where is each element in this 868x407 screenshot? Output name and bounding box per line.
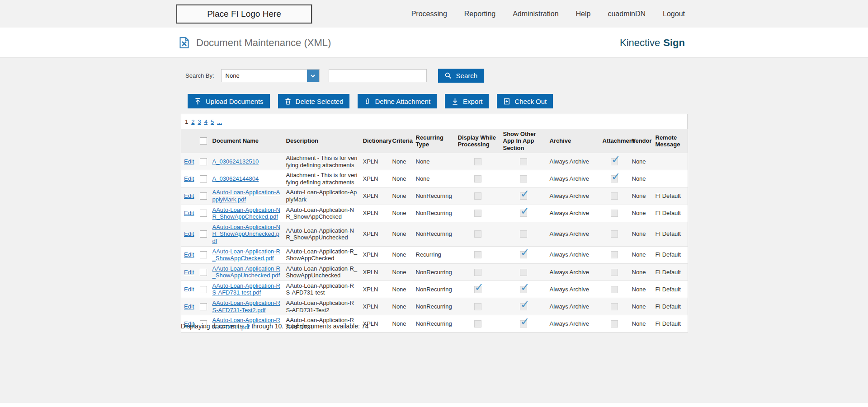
document-name-link[interactable]: AAuto-Loan-Application-R_ShowAppChecked.… (212, 248, 280, 262)
description-cell: AAuto-Loan-Application-R_ShowAppChecked (283, 246, 360, 263)
criteria-cell: None (390, 263, 413, 281)
dictionary-cell: XPLN (360, 298, 390, 315)
check-out-icon (503, 98, 510, 105)
search-by-select[interactable]: None (221, 69, 320, 82)
pagination-page-link[interactable]: ... (217, 118, 222, 125)
criteria-cell: None (390, 205, 413, 222)
attachment-checkbox (611, 303, 618, 310)
remote-message-cell: FI Default (653, 298, 688, 315)
row-checkbox[interactable] (200, 286, 207, 293)
attachment-checkbox (611, 251, 618, 258)
remote-message-cell: FI Default (653, 281, 688, 298)
nav-link[interactable]: Reporting (464, 10, 495, 18)
nav-link[interactable]: Administration (513, 10, 558, 18)
edit-link[interactable]: Edit (184, 192, 194, 199)
recurring-type-cell: NonRecurring (413, 281, 455, 298)
edit-link[interactable]: Edit (184, 303, 194, 310)
attachment-checkbox (611, 175, 618, 182)
define-attachment-button[interactable]: Define Attachment (358, 94, 437, 108)
upload-icon (194, 98, 202, 105)
description-cell: AAuto-Loan-Application-NR_ShowAppUncheck… (283, 222, 360, 246)
dictionary-cell: XPLN (360, 263, 390, 281)
display-while-processing-checkbox (474, 192, 481, 200)
row-checkbox[interactable] (200, 269, 207, 276)
document-name-link[interactable]: AAuto-Loan-Application-R_ShowAppUnchecke… (212, 265, 280, 279)
search-icon (444, 72, 452, 80)
document-name-link[interactable]: A_030624144804 (212, 175, 259, 182)
row-checkbox[interactable] (200, 158, 207, 165)
description-cell: AAuto-Loan-Application-RS-AFD731-test (283, 281, 360, 298)
col-header-dictionary: Dictionary (360, 129, 390, 153)
upload-documents-label: Upload Documents (206, 98, 264, 105)
vendor-cell: None (629, 246, 653, 263)
search-input[interactable] (329, 69, 427, 82)
recurring-type-cell: None (413, 153, 455, 170)
define-attachment-label: Define Attachment (375, 98, 430, 105)
remote-message-cell: FI Default (653, 222, 688, 246)
page-title: Document Maintenance (XML) (196, 37, 331, 49)
document-name-link[interactable]: AAuto-Loan-Application-NR_ShowAppChecked… (212, 206, 280, 220)
criteria-cell: None (390, 315, 413, 332)
edit-link[interactable]: Edit (184, 286, 194, 293)
dictionary-cell: XPLN (360, 187, 390, 205)
nav-link[interactable]: Help (576, 10, 591, 18)
attachment-checkbox (611, 192, 618, 200)
select-all-checkbox[interactable] (200, 137, 207, 145)
vendor-cell: None (629, 205, 653, 222)
edit-link[interactable]: Edit (184, 251, 194, 258)
description-cell: Attachment - This is for verifying defin… (283, 170, 360, 187)
col-header-remote-message: Remote Message (653, 129, 688, 153)
display-while-processing-checkbox (474, 320, 481, 327)
upload-documents-button[interactable]: Upload Documents (188, 94, 270, 108)
edit-link[interactable]: Edit (184, 158, 194, 165)
delete-selected-button[interactable]: Delete Selected (278, 94, 350, 108)
nav-link[interactable]: Logout (663, 10, 685, 18)
attachment-checkbox (611, 158, 618, 165)
display-while-processing-checkbox (474, 269, 481, 276)
pagination-page-link[interactable]: 5 (211, 118, 214, 125)
table-row: Edit AAuto-Loan-Application-NR_ShowAppCh… (181, 205, 688, 222)
description-cell: Attachment - This is for verifying defin… (283, 153, 360, 170)
document-name-link[interactable]: A_030624132510 (212, 158, 259, 165)
nav-link[interactable]: Processing (411, 10, 447, 18)
top-bar: Place FI Logo Here ProcessingReportingAd… (0, 0, 868, 28)
document-name-link[interactable]: AAuto-Loan-Application-NR_ShowAppUncheck… (212, 224, 280, 244)
edit-link[interactable]: Edit (184, 269, 194, 276)
document-name-link[interactable]: AAuto-Loan-Application-ApplyMark.pdf (212, 189, 280, 203)
paperclip-icon (364, 98, 371, 105)
row-checkbox[interactable] (200, 192, 207, 200)
row-checkbox[interactable] (200, 230, 207, 238)
show-other-app-checkbox (520, 269, 527, 276)
dictionary-cell: XPLN (360, 153, 390, 170)
check-out-button[interactable]: Check Out (497, 94, 553, 108)
vendor-cell: None (629, 153, 653, 170)
search-button[interactable]: Search (438, 69, 484, 83)
col-header-show-other-app: Show Other App In App Section (500, 129, 547, 153)
nav-link[interactable]: cuadminDN (608, 10, 646, 18)
description-cell: AAuto-Loan-Application-NR_ShowAppChecked (283, 205, 360, 222)
table-row: Edit AAuto-Loan-Application-RS-AFD731-te… (181, 281, 688, 298)
row-checkbox[interactable] (200, 210, 207, 217)
export-icon (451, 98, 459, 105)
brand-suffix: Sign (663, 37, 685, 49)
description-cell: AAuto-Loan-Application-RS-AFD731-Test2 (283, 298, 360, 315)
recurring-type-cell: Recurring (413, 246, 455, 263)
edit-link[interactable]: Edit (184, 175, 194, 182)
export-button[interactable]: Export (445, 94, 489, 108)
pagination-page-link[interactable]: 2 (191, 118, 194, 125)
edit-link[interactable]: Edit (184, 210, 194, 216)
chevron-down-icon[interactable] (307, 70, 319, 82)
pagination-page-link[interactable]: 3 (198, 118, 201, 125)
row-checkbox[interactable] (200, 303, 207, 310)
criteria-cell: None (390, 170, 413, 187)
row-checkbox[interactable] (200, 175, 207, 182)
show-other-app-checkbox (520, 158, 527, 165)
pagination-page-link[interactable]: 4 (204, 118, 208, 125)
document-name-link[interactable]: AAuto-Loan-Application-RS-AFD731-Test2.p… (212, 299, 280, 313)
attachment-checkbox (611, 286, 618, 293)
document-name-link[interactable]: AAuto-Loan-Application-RS-AFD731-test.pd… (212, 282, 280, 296)
edit-link[interactable]: Edit (184, 230, 194, 237)
select-column-header (197, 129, 210, 153)
row-checkbox[interactable] (200, 251, 207, 258)
actions-row: Upload Documents Delete Selected Define … (188, 94, 553, 108)
